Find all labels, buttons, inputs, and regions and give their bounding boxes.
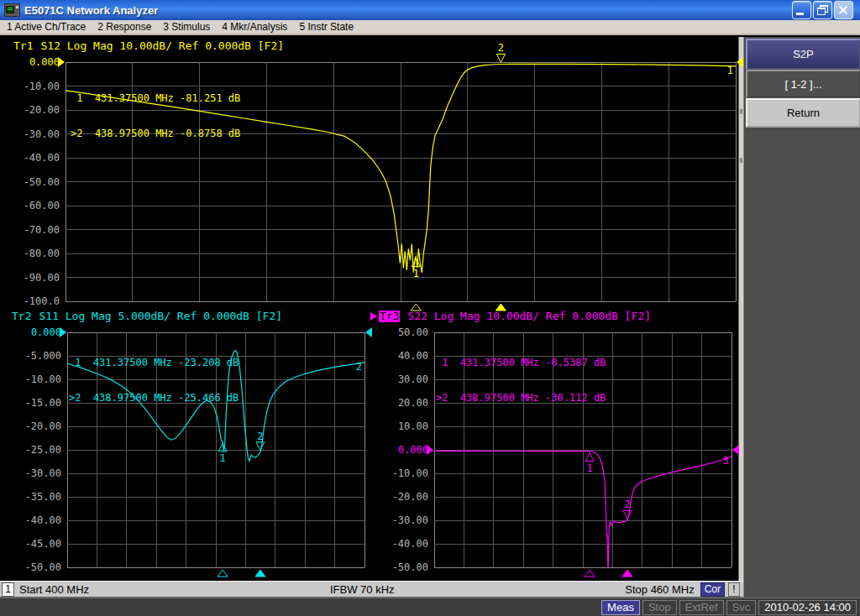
trace-number-label: 3	[723, 455, 729, 467]
y-axis-label: -45.00	[25, 538, 61, 550]
softkey-1-2[interactable]: [ 1-2 ]...	[746, 70, 860, 98]
restore-button[interactable]	[813, 1, 832, 19]
status-meas: Meas	[601, 600, 640, 615]
marker2-readout: >2 438.97500 MHz -25.466 dB	[69, 392, 239, 404]
marker1-readout: 1 431.37500 MHz -0.5387 dB	[436, 357, 606, 368]
marker2-readout: >2 438.97500 MHz -30.112 dB	[436, 392, 606, 404]
trace3-marker-readout: 1 431.37500 MHz -0.5387 dB >2 438.97500 …	[436, 333, 606, 415]
y-axis-label: -10.00	[24, 81, 60, 92]
menu-instr-state[interactable]: 5 Instr State	[296, 21, 362, 33]
window-title: E5071C Network Analyzer	[24, 4, 158, 17]
marker-1[interactable]: 1	[218, 443, 227, 464]
y-axis-label: 0.000	[29, 56, 60, 68]
y-axis-label: -50.00	[25, 561, 61, 573]
trace1-format: S12 Log Mag 10.00dB/ Ref 0.000dB [F2]	[40, 40, 284, 52]
app-icon-screen	[6, 6, 14, 13]
trace-number-label: 2	[356, 361, 362, 373]
ref-level-arrow-left[interactable]	[427, 445, 433, 455]
menu-mkr-analysis[interactable]: 4 Mkr/Analysis	[218, 21, 296, 33]
marker-2[interactable]: 2	[623, 499, 632, 519]
y-axis-label: 20.00	[398, 397, 428, 409]
menu-response[interactable]: 2 Response	[94, 21, 160, 33]
y-axis-label: 50.00	[398, 326, 428, 338]
y-axis-label: 0.000	[31, 326, 61, 338]
ref-level-arrow-right	[732, 445, 739, 455]
trace1-name: Tr1	[13, 40, 33, 52]
title-bar: E5071C Network Analyzer	[0, 0, 860, 20]
trace2-marker-readout: 1 431.37500 MHz -23.208 dB >2 438.97500 …	[69, 333, 239, 415]
stop-frequency[interactable]: Stop 460 MHz	[625, 583, 694, 596]
y-axis-label: -50.00	[24, 176, 60, 188]
y-axis-label: -10.00	[392, 467, 428, 479]
minimize-button[interactable]	[792, 1, 811, 19]
y-axis-label: -5.000	[25, 350, 61, 362]
svg-text:2: 2	[624, 499, 630, 510]
svg-text:1: 1	[219, 452, 225, 464]
stimulus-marker-1[interactable]	[585, 570, 595, 577]
stimulus-marker-1[interactable]	[218, 570, 228, 577]
y-axis-label: 10.00	[398, 420, 428, 432]
active-trace-arrow	[370, 312, 377, 321]
marker-1[interactable]: 1	[585, 453, 594, 474]
window-controls	[792, 1, 860, 19]
y-axis-label: -90.00	[24, 272, 60, 284]
trace2-header: Tr2S11 Log Mag 5.000dB/ Ref 0.000dB [F2]	[12, 311, 282, 322]
menu-active-ch-trace[interactable]: 1 Active Ch/Trace	[3, 21, 94, 33]
start-frequency[interactable]: Start 400 MHz	[19, 583, 89, 596]
y-axis-label: -15.00	[25, 397, 61, 409]
e5071c-screen: { "window": { "title": "E5071C Network A…	[0, 0, 860, 616]
svg-text:2: 2	[257, 431, 263, 442]
trace2-name: Tr2	[12, 311, 31, 322]
y-axis-label: -30.00	[392, 514, 428, 526]
y-axis-label: -20.00	[25, 420, 61, 432]
warning-indicator: !	[728, 582, 740, 597]
y-axis-label: -60.00	[24, 200, 60, 211]
status-stop: Stop	[642, 600, 677, 615]
ref-level-arrow-right	[365, 327, 372, 337]
marker2-readout: >2 438.97500 MHz -0.8758 dB	[71, 128, 240, 139]
ref-level-arrow-right	[737, 57, 743, 67]
close-button[interactable]	[834, 1, 853, 19]
trace-number-label: 1	[727, 65, 733, 76]
y-axis-label: -35.00	[25, 491, 61, 503]
y-axis-label: -20.00	[24, 104, 60, 116]
status-extref: ExtRef	[679, 600, 724, 615]
y-axis-label: -40.00	[392, 538, 428, 550]
marker-2[interactable]: 2	[256, 431, 265, 451]
trace3-header: Tr3S22 Log Mag 10.00dB/ Ref 0.000dB [F2]	[370, 311, 651, 322]
y-axis-label: -30.00	[25, 467, 61, 479]
y-axis-label: -30.00	[24, 128, 60, 140]
y-axis-label: 30.00	[398, 373, 428, 385]
marker1-readout: 1 431.37500 MHz -81.251 dB	[71, 92, 240, 104]
y-axis-label: -100.0	[24, 295, 60, 307]
stimulus-marker-2[interactable]	[622, 570, 632, 577]
y-axis-label: -40.00	[24, 152, 60, 164]
trace3-name: Tr3	[379, 311, 400, 322]
softkey-return[interactable]: Return	[746, 98, 860, 128]
trace1-header: Tr1S12 Log Mag 10.00dB/ Ref 0.000dB [F2]	[13, 40, 284, 52]
trace1-marker-readout: 1 431.37500 MHz -81.251 dB >2 438.97500 …	[71, 69, 240, 151]
stimulus-marker-2[interactable]	[255, 570, 265, 577]
softkey-s2p[interactable]: S2P	[746, 39, 860, 70]
y-axis-label: 0.000	[398, 444, 428, 456]
minimize-icon	[796, 13, 804, 15]
app-icon-knob	[16, 6, 18, 8]
ref-level-arrow-left[interactable]	[60, 327, 66, 337]
ref-level-arrow-left[interactable]	[58, 57, 65, 67]
correction-badge: Cor	[700, 582, 725, 597]
y-axis-label: -20.00	[392, 491, 428, 503]
y-axis-label: -10.00	[25, 373, 61, 385]
svg-text:1: 1	[586, 462, 592, 474]
y-axis-label: -25.00	[25, 444, 61, 456]
menu-stimulus[interactable]: 3 Stimulus	[160, 21, 218, 33]
y-axis-label: -40.00	[25, 514, 61, 526]
svg-text:2: 2	[498, 42, 504, 54]
y-axis-label: -50.00	[392, 561, 428, 573]
menu-bar: 1 Active Ch/Trace 2 Response 3 Stimulus …	[0, 20, 860, 35]
ifbw-value[interactable]: IFBW 70 kHz	[330, 583, 395, 596]
trace2-format: S11 Log Mag 5.000dB/ Ref 0.000dB [F2]	[39, 311, 282, 322]
marker-2[interactable]: 2	[496, 42, 505, 62]
instrument-status-bar: Meas Stop ExtRef Svc 2010-02-26 14:00	[0, 598, 860, 616]
trace3-format: S22 Log Mag 10.00dB/ Ref 0.000dB [F2]	[407, 311, 651, 322]
softkey-menu: S2P [ 1-2 ]... Return	[743, 37, 860, 598]
